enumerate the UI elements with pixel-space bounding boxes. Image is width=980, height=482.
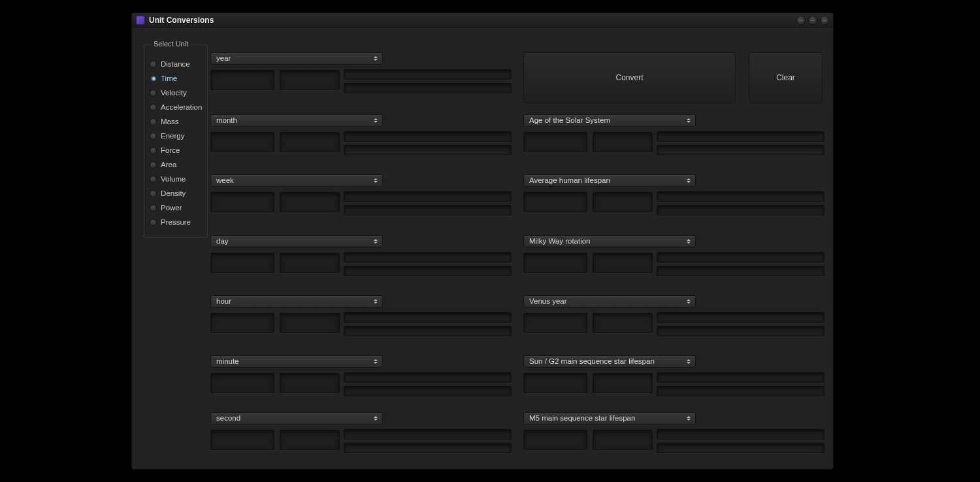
radio-icon: [150, 176, 157, 183]
radio-icon: [150, 61, 157, 68]
unit-category-distance[interactable]: Distance: [150, 57, 202, 71]
unit-category-power[interactable]: Power: [150, 201, 202, 215]
unit-select-label: Age of the Solar System: [529, 116, 610, 124]
readout-bar-1: [344, 69, 512, 80]
value-field-a[interactable]: [523, 132, 587, 152]
unit-select-week[interactable]: week: [210, 174, 383, 187]
window-title: Unit Conversions: [149, 16, 796, 25]
readout-bar-2: [657, 205, 825, 216]
conversion-row-week: week: [210, 174, 513, 223]
unit-select-day[interactable]: day: [210, 235, 383, 248]
radio-icon: [150, 161, 157, 169]
minimize-button[interactable]: [796, 16, 806, 25]
value-field-a[interactable]: [210, 430, 274, 450]
readout-bar-2: [344, 205, 512, 216]
unit-category-label: Volume: [161, 175, 186, 183]
unit-select-sun-g2-main-sequence-star-lifespan[interactable]: Sun / G2 main sequence star lifespan: [523, 355, 696, 368]
readout-bar-1: [344, 312, 512, 323]
readout-bar-2: [344, 83, 512, 93]
value-field-a[interactable]: [210, 253, 274, 273]
unit-category-label: Velocity: [161, 89, 187, 97]
value-field-a[interactable]: [523, 430, 587, 450]
value-field-b[interactable]: [280, 132, 340, 152]
chevron-updown-icon: [372, 53, 379, 64]
unit-select-minute[interactable]: minute: [210, 355, 383, 368]
value-field-a[interactable]: [210, 313, 274, 333]
value-field-b[interactable]: [280, 313, 340, 333]
radio-icon: [150, 89, 157, 97]
readout-bar-1: [344, 191, 512, 202]
unit-select-venus-year[interactable]: Venus year: [523, 295, 696, 308]
unit-category-pressure[interactable]: Pressure: [150, 215, 202, 229]
unit-category-label: Mass: [161, 118, 178, 125]
unit-category-group: Select Unit DistanceTimeVelocityAccelera…: [144, 44, 208, 238]
unit-category-mass[interactable]: Mass: [150, 114, 202, 129]
value-field-a[interactable]: [210, 70, 274, 90]
unit-select-year[interactable]: year: [210, 52, 383, 65]
chevron-updown-icon: [372, 236, 379, 247]
unit-select-milky-way-rotation[interactable]: Milky Way rotation: [523, 235, 696, 248]
readout-bar-1: [344, 252, 512, 263]
value-field-a[interactable]: [210, 192, 274, 212]
value-field-a[interactable]: [210, 132, 274, 152]
value-field-b[interactable]: [593, 132, 653, 152]
unit-category-force[interactable]: Force: [150, 143, 202, 157]
unit-category-time[interactable]: Time: [150, 71, 202, 86]
readout-bar-2: [344, 266, 512, 276]
readout-bar-1: [344, 429, 512, 440]
unit-select-m5-main-sequence-star-lifespan[interactable]: M5 main sequence star lifespan: [523, 412, 696, 425]
unit-select-label: Milky Way rotation: [529, 237, 591, 245]
unit-select-age-of-the-solar-system[interactable]: Age of the Solar System: [523, 114, 696, 127]
radio-icon: [150, 133, 157, 140]
unit-select-second[interactable]: second: [210, 412, 383, 425]
value-field-a[interactable]: [523, 192, 587, 212]
unit-category-label: Area: [161, 161, 176, 169]
unit-select-average-human-lifespan[interactable]: Average human lifespan: [523, 174, 696, 187]
value-field-a[interactable]: [523, 373, 587, 393]
readout-bar-1: [657, 252, 825, 263]
readout-bar-2: [657, 145, 825, 155]
chevron-updown-icon: [685, 413, 692, 424]
value-field-b[interactable]: [593, 192, 653, 212]
unit-select-month[interactable]: month: [210, 114, 383, 127]
unit-category-area[interactable]: Area: [150, 157, 202, 172]
unit-select-label: month: [216, 116, 237, 124]
value-field-b[interactable]: [280, 430, 340, 450]
unit-select-label: M5 main sequence star lifespan: [529, 414, 635, 422]
conversion-row-milky-way-rotation: Milky Way rotation: [523, 235, 826, 284]
value-field-a[interactable]: [210, 373, 274, 393]
value-field-b[interactable]: [280, 253, 340, 273]
unit-category-energy[interactable]: Energy: [150, 129, 202, 143]
value-field-b[interactable]: [593, 253, 653, 273]
maximize-button[interactable]: [808, 16, 817, 25]
conversion-row-hour: hour: [210, 295, 513, 344]
unit-category-label: Power: [161, 204, 182, 212]
chevron-updown-icon: [372, 175, 379, 186]
radio-icon: [150, 118, 157, 125]
readout-bar-2: [344, 443, 512, 453]
unit-select-hour[interactable]: hour: [210, 295, 383, 308]
value-field-b[interactable]: [280, 192, 340, 212]
value-field-a[interactable]: [523, 253, 587, 273]
unit-category-legend: Select Unit: [151, 40, 191, 48]
value-field-b[interactable]: [280, 373, 340, 393]
unit-category-label: Pressure: [161, 218, 191, 226]
readout-bar-1: [657, 429, 825, 440]
unit-category-label: Energy: [161, 132, 184, 140]
unit-select-label: week: [216, 176, 234, 184]
readout-bar-2: [657, 266, 825, 276]
value-field-a[interactable]: [523, 313, 587, 333]
value-field-b[interactable]: [593, 430, 653, 450]
readout-bar-1: [657, 191, 825, 202]
value-field-b[interactable]: [593, 373, 653, 393]
unit-category-density[interactable]: Density: [150, 186, 202, 201]
close-button[interactable]: [820, 16, 829, 25]
chevron-updown-icon: [372, 115, 379, 126]
readout-bar-1: [344, 131, 512, 142]
unit-category-velocity[interactable]: Velocity: [150, 86, 202, 100]
value-field-b[interactable]: [280, 70, 340, 90]
value-field-b[interactable]: [593, 313, 653, 333]
unit-category-acceleration[interactable]: Acceleration: [150, 100, 202, 114]
unit-category-volume[interactable]: Volume: [150, 172, 202, 186]
unit-select-label: minute: [216, 357, 239, 365]
